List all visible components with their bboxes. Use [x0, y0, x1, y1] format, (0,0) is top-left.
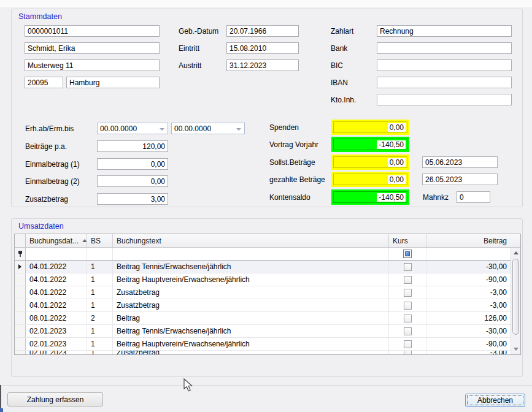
einmalbetrag1-field[interactable]: 0,00: [97, 158, 168, 170]
eintritt-field[interactable]: 15.08.2010: [226, 42, 299, 54]
cell-kurs[interactable]: [389, 338, 426, 350]
scrollbar-thumb[interactable]: [512, 259, 519, 335]
vertical-scrollbar[interactable]: [511, 248, 520, 354]
gezahlt-field[interactable]: 0,00: [331, 172, 409, 187]
filter-cell-kurs[interactable]: [389, 248, 426, 260]
cell-buchungsdatum[interactable]: 02.01.2023: [26, 351, 87, 354]
cell-kurs[interactable]: [389, 325, 426, 337]
erh-from-dropdown[interactable]: 00.00.0000: [97, 123, 168, 134]
cell-buchungstext[interactable]: Zusatzbetrag: [113, 299, 389, 311]
spenden-field[interactable]: 0,00: [331, 120, 409, 135]
cell-buchungstext[interactable]: Beitrag Hauptverein/Erwachsene/jährlich: [113, 273, 389, 286]
cell-buchungsdatum[interactable]: 04.01.2022: [26, 273, 87, 286]
scroll-down-button[interactable]: [511, 345, 520, 354]
filter-cell-buchungstext[interactable]: [113, 248, 389, 260]
cell-beitrag[interactable]: -3,00: [426, 299, 511, 311]
cell-kurs[interactable]: [389, 312, 426, 324]
cell-kurs[interactable]: [389, 299, 426, 311]
einmalbetrag2-field[interactable]: 0,00: [97, 175, 168, 187]
cell-buchungstext[interactable]: Beitrag Hauptverein/Erwachsene/jährlich: [113, 338, 389, 350]
filter-cell-buchungsdatum[interactable]: [26, 248, 87, 260]
zip-field[interactable]: 20095: [25, 77, 63, 88]
chevron-down-icon[interactable]: [160, 128, 164, 131]
cell-bs[interactable]: 1: [87, 286, 113, 299]
kurs-filter-checkbox[interactable]: [403, 250, 412, 258]
street-field[interactable]: Musterweg 11: [25, 59, 160, 71]
table-row[interactable]: 04.01.20221Beitrag Hauptverein/Erwachsen…: [15, 273, 520, 286]
table-row[interactable]: 02.01.20231Beitrag Hauptverein/Erwachsen…: [15, 338, 520, 351]
cell-beitrag[interactable]: -90,00: [426, 273, 511, 286]
cell-bs[interactable]: 1: [87, 299, 113, 311]
cell-kurs[interactable]: [389, 273, 426, 286]
city-field[interactable]: Hamburg: [66, 77, 160, 88]
cell-bs[interactable]: 1: [87, 338, 113, 350]
abbrechen-button[interactable]: Abbrechen: [465, 394, 525, 407]
cell-buchungstext[interactable]: Zusatzbetrag: [113, 286, 389, 299]
filter-cell-bs[interactable]: [87, 248, 113, 260]
cell-kurs[interactable]: [389, 261, 426, 273]
geb-datum-field[interactable]: 20.07.1966: [226, 25, 299, 37]
mahnkz-field[interactable]: 0: [457, 191, 490, 203]
table-row[interactable]: 02.01.20231Zusatzbetrag-3,00: [15, 351, 520, 354]
gezahlt-date-field[interactable]: 26.05.2023: [422, 174, 498, 185]
cell-buchungsdatum[interactable]: 08.01.2022: [26, 312, 87, 324]
ktoinh-field[interactable]: [377, 94, 512, 105]
column-header-kurs[interactable]: Kurs: [389, 234, 426, 247]
kurs-checkbox[interactable]: [404, 340, 412, 348]
column-header-beitrag[interactable]: Beitrag: [426, 234, 511, 247]
filter-cell-beitrag[interactable]: [426, 248, 511, 260]
cell-kurs[interactable]: [389, 286, 426, 299]
cell-bs[interactable]: 1: [87, 351, 113, 354]
bank-field[interactable]: [377, 42, 512, 54]
zusatzbetrag-field[interactable]: 3,00: [97, 193, 168, 205]
table-row[interactable]: 02.01.20231Beitrag Tennis/Erwachsene/jäh…: [15, 325, 520, 338]
cell-buchungsdatum[interactable]: 04.01.2022: [26, 286, 87, 299]
kontensaldo-field[interactable]: -140,50: [331, 189, 409, 205]
cell-kurs[interactable]: [389, 351, 426, 354]
cell-beitrag[interactable]: -30,00: [426, 261, 511, 273]
beitraege-field[interactable]: 120,00: [97, 140, 168, 152]
cell-bs[interactable]: 1: [87, 261, 113, 273]
kurs-checkbox[interactable]: [404, 263, 412, 271]
table-row[interactable]: 08.01.20222Beitrag126,00: [15, 312, 520, 325]
member-id-field[interactable]: 0000001011: [25, 25, 160, 37]
zahlung-erfassen-button[interactable]: Zahlung erfassen: [7, 392, 103, 406]
cell-buchungstext[interactable]: Beitrag: [113, 312, 389, 324]
kurs-checkbox[interactable]: [404, 302, 412, 310]
cell-beitrag[interactable]: -30,00: [426, 325, 511, 337]
cell-beitrag[interactable]: -3,00: [426, 286, 511, 299]
cell-bs[interactable]: 1: [87, 325, 113, 337]
vortrag-field[interactable]: -140,50: [331, 137, 409, 152]
cell-buchungsdatum[interactable]: 04.01.2022: [26, 261, 87, 273]
chevron-down-icon[interactable]: [236, 128, 241, 131]
grid-filter-row[interactable]: [15, 248, 520, 261]
zahlart-field[interactable]: Rechnung: [377, 25, 512, 37]
table-row[interactable]: 04.01.20221Zusatzbetrag-3,00: [15, 299, 520, 312]
umsatz-grid[interactable]: Buchungsdat... BS Buchungstext Kurs Beit…: [14, 234, 521, 355]
cell-buchungsdatum[interactable]: 02.01.2023: [26, 338, 87, 350]
bic-field[interactable]: [377, 59, 512, 71]
scroll-up-button[interactable]: [511, 248, 520, 258]
kurs-checkbox[interactable]: [404, 327, 412, 335]
cell-beitrag[interactable]: -3,00: [426, 351, 511, 354]
column-header-buchungstext[interactable]: Buchungstext: [113, 234, 389, 247]
erh-to-dropdown[interactable]: 00.00.0000: [171, 123, 245, 134]
column-header-bs[interactable]: BS: [87, 234, 113, 247]
cell-buchungstext[interactable]: Beitrag Tennis/Erwachsene/jährlich: [113, 261, 389, 273]
cell-beitrag[interactable]: -90,00: [426, 338, 511, 350]
table-row[interactable]: 04.01.20221Zusatzbetrag-3,00: [15, 286, 520, 299]
cell-bs[interactable]: 2: [87, 312, 113, 324]
cell-buchungsdatum[interactable]: 04.01.2022: [26, 299, 87, 311]
cell-buchungstext[interactable]: Beitrag Tennis/Erwachsene/jährlich: [113, 325, 389, 337]
kurs-checkbox[interactable]: [404, 351, 412, 354]
iban-field[interactable]: [377, 77, 512, 88]
kurs-checkbox[interactable]: [404, 276, 412, 284]
column-header-buchungsdatum[interactable]: Buchungsdat...: [26, 234, 87, 247]
sollst-field[interactable]: 0,00: [331, 154, 409, 170]
sollst-date-field[interactable]: 05.06.2023: [422, 156, 498, 168]
table-row[interactable]: 04.01.20221Beitrag Tennis/Erwachsene/jäh…: [15, 261, 520, 273]
austritt-field[interactable]: 31.12.2023: [226, 59, 299, 71]
kurs-checkbox[interactable]: [404, 315, 412, 322]
cell-buchungsdatum[interactable]: 02.01.2023: [26, 325, 87, 337]
name-field[interactable]: Schmidt, Erika: [25, 42, 160, 54]
